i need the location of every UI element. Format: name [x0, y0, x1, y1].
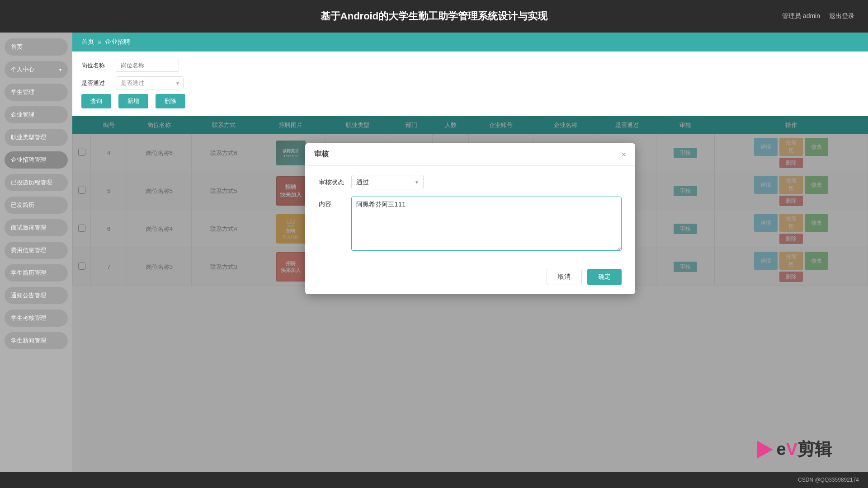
- sidebar-item-label: 学生新闻管理: [11, 337, 46, 345]
- breadcrumb: 首页 ≡ 企业招聘: [72, 33, 868, 52]
- modal-overlay: 审核 × 审核状态 通过 不通过: [72, 116, 868, 488]
- query-button[interactable]: 查询: [81, 94, 111, 108]
- sidebar-item-label: 企业管理: [11, 111, 34, 119]
- modal-header: 审核 ×: [305, 143, 635, 166]
- chevron-down-icon: ▾: [59, 67, 61, 72]
- table-area: 编号 岗位名称 联系方式 招聘图片 职业类型 部门 人数 企业账号 企业名称 是…: [72, 116, 868, 488]
- ev-brand-text: eV剪辑: [777, 438, 832, 461]
- sidebar-item-label: 学生考核管理: [11, 314, 46, 322]
- sidebar-item-xinwen[interactable]: 学生新闻管理: [5, 332, 68, 349]
- sidebar-item-label: 职业类型管理: [11, 133, 46, 141]
- filter-row-1: 岗位名称: [81, 59, 859, 72]
- logout-button[interactable]: 退出登录: [829, 12, 854, 20]
- sidebar-item-geren[interactable]: 个人中心 ▾: [5, 61, 68, 78]
- cancel-button[interactable]: 取消: [547, 269, 582, 285]
- filter-row-2: 是否通过 是否通过 通过 未通过: [81, 76, 859, 89]
- position-input[interactable]: [116, 59, 179, 72]
- modal-body: 审核状态 通过 不通过 内容 阿黑希芬阿三111: [305, 166, 635, 264]
- breadcrumb-separator: ≡: [98, 38, 101, 46]
- content-textarea[interactable]: 阿黑希芬阿三111: [351, 197, 622, 251]
- status-select[interactable]: 通过 不通过: [351, 175, 424, 189]
- form-row-status: 审核状态 通过 不通过: [319, 175, 622, 189]
- position-label: 岗位名称: [81, 61, 108, 70]
- sidebar-item-tongzhi[interactable]: 通知公告管理: [5, 287, 68, 304]
- sidebar-item-zhiye[interactable]: 职业类型管理: [5, 129, 68, 146]
- modal-footer: 取消 确定: [305, 264, 635, 294]
- sidebar-item-label: 已发简历: [11, 201, 34, 209]
- pass-select[interactable]: 是否通过 通过 未通过: [116, 76, 184, 89]
- bottom-bar: CSDN @QQ3359892174: [0, 472, 868, 488]
- add-button[interactable]: 新增: [118, 94, 148, 108]
- form-row-content: 内容 阿黑希芬阿三111: [319, 197, 622, 251]
- layout: 首页 个人中心 ▾ 学生管理 企业管理 职业类型管理 企业招聘管理 已投递历程管…: [0, 33, 868, 488]
- sidebar-item-label: 已投递历程管理: [11, 178, 52, 187]
- sidebar-item-label: 面试邀请管理: [11, 224, 46, 232]
- sidebar-item-xuesheng[interactable]: 学生管理: [5, 84, 68, 101]
- sidebar-item-label: 通知公告管理: [11, 291, 46, 300]
- sidebar-item-jianli3[interactable]: 学生简历管理: [5, 264, 68, 282]
- sidebar-item-label: 学生管理: [11, 88, 34, 96]
- breadcrumb-home[interactable]: 首页: [81, 38, 94, 46]
- pass-label: 是否通过: [81, 79, 108, 87]
- confirm-button[interactable]: 确定: [587, 269, 622, 285]
- sidebar-item-label: 学生简历管理: [11, 269, 46, 277]
- sidebar-item-label: 个人中心: [11, 66, 34, 74]
- sidebar-item-jianli2[interactable]: 已发简历: [5, 197, 68, 214]
- header: 基于Android的大学生勤工助学管理系统设计与实现 管理员 admin 退出登…: [0, 0, 868, 33]
- sidebar-item-jianli[interactable]: 已投递历程管理: [5, 174, 68, 191]
- batch-delete-button[interactable]: 删除: [156, 94, 185, 108]
- sidebar-item-label: 企业招聘管理: [11, 156, 46, 164]
- status-label: 审核状态: [319, 175, 346, 187]
- audit-modal: 审核 × 审核状态 通过 不通过: [305, 143, 635, 294]
- header-title: 基于Android的大学生勤工助学管理系统设计与实现: [321, 9, 547, 23]
- modal-title: 审核: [314, 150, 329, 159]
- ev-watermark: eV剪辑: [757, 438, 832, 461]
- content-label: 内容: [319, 197, 346, 208]
- sidebar-item-kaohe[interactable]: 学生考核管理: [5, 310, 68, 327]
- sidebar-item-label: 费用信息管理: [11, 246, 46, 254]
- modal-close-button[interactable]: ×: [621, 150, 626, 159]
- filter-panel: 岗位名称 是否通过 是否通过 通过 未通过 查询 新增 删除: [72, 52, 868, 116]
- main-content: 首页 ≡ 企业招聘 岗位名称 是否通过 是否通过 通过 未通过: [72, 33, 868, 488]
- breadcrumb-current: 企业招聘: [105, 38, 130, 46]
- header-right: 管理员 admin 退出登录: [782, 12, 854, 20]
- sidebar-item-label: 首页: [11, 43, 23, 51]
- sidebar-item-feiyong[interactable]: 费用信息管理: [5, 242, 68, 259]
- status-select-wrapper: 通过 不通过: [351, 175, 424, 189]
- pass-select-wrapper: 是否通过 通过 未通过: [116, 76, 184, 89]
- sidebar-item-shouye[interactable]: 首页: [5, 38, 68, 56]
- sidebar-item-zhaoping[interactable]: 企业招聘管理: [5, 151, 68, 169]
- sidebar: 首页 个人中心 ▾ 学生管理 企业管理 职业类型管理 企业招聘管理 已投递历程管…: [0, 33, 72, 488]
- sidebar-item-mianshi[interactable]: 面试邀请管理: [5, 219, 68, 236]
- filter-buttons-row: 查询 新增 删除: [81, 94, 859, 108]
- csdn-label: CSDN @QQ3359892174: [798, 477, 859, 483]
- sidebar-item-qiye[interactable]: 企业管理: [5, 106, 68, 123]
- admin-label: 管理员 admin: [782, 12, 820, 20]
- ev-play-icon: [757, 441, 773, 459]
